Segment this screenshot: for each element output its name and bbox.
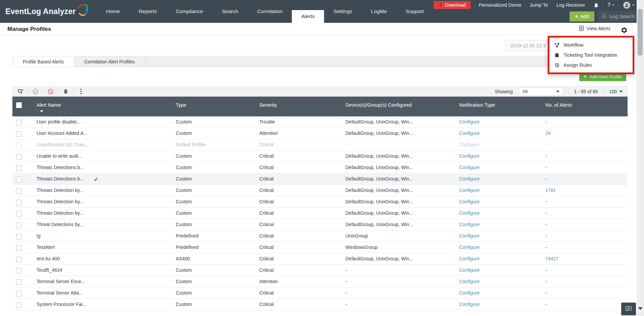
settings-gear-button[interactable] [616, 24, 633, 36]
nav-item-home[interactable]: Home [97, 0, 129, 23]
table-row[interactable]: Unauthorized AD Chan...Default ProfileCr… [12, 139, 628, 151]
alert-name-link[interactable]: Threats Detections b... [37, 176, 84, 181]
table-row[interactable]: Threats Detection by...CustomCriticalDef… [12, 208, 628, 219]
menu-item-ticketing-tool-integration[interactable]: Ticketing Tool Integration [549, 50, 633, 60]
table-row[interactable]: test As 400AS400CriticalDefaultGroup, Un… [12, 253, 628, 265]
alert-name-link[interactable]: Threat Detections by... [37, 222, 84, 227]
vertical-scrollbar[interactable] [637, 0, 644, 316]
table-row[interactable]: Threats Detection by...CustomCriticalDef… [12, 185, 628, 196]
column-header-type[interactable]: Type [176, 97, 259, 116]
row-checkbox[interactable] [16, 222, 22, 228]
configure-link[interactable]: Configure [459, 302, 480, 307]
edit-pencil-icon[interactable] [94, 177, 98, 181]
chat-support-button[interactable] [621, 303, 636, 315]
alert-name-link[interactable]: System Processor Fai... [37, 302, 87, 307]
configure-link[interactable]: Configure [459, 267, 480, 273]
delete-button[interactable] [61, 88, 70, 96]
disable-button[interactable] [46, 88, 55, 96]
row-checkbox[interactable] [16, 268, 22, 274]
configure-link[interactable]: Configure [459, 176, 480, 181]
alert-name-link[interactable]: Threats Detections b... [37, 165, 84, 170]
alert-count-link[interactable]: 1781 [545, 188, 556, 193]
more-button[interactable] [76, 88, 85, 96]
alert-name-link[interactable]: test As 400 [37, 256, 60, 261]
alert-name-link[interactable]: Terminal Server Exce... [37, 279, 85, 284]
alert-name-link[interactable]: User profile disable... [37, 119, 81, 124]
row-checkbox[interactable] [16, 245, 22, 251]
download-button[interactable]: Download [434, 1, 470, 9]
configure-link[interactable]: Configure [459, 210, 480, 216]
nav-item-logme[interactable]: LogMe [362, 0, 396, 23]
column-header-notification-type[interactable]: Notification Type [459, 97, 545, 116]
row-checkbox[interactable] [16, 211, 22, 217]
scrollbar-thumb[interactable] [638, 9, 643, 56]
topbar-link-log-receiver[interactable]: Log Receiver [556, 2, 585, 8]
configure-link[interactable]: Configure [459, 188, 480, 193]
table-row[interactable]: Unable to write audi...CustomCriticalDef… [12, 151, 628, 162]
table-row[interactable]: Threats Detections b...CustomCriticalDef… [12, 162, 628, 173]
row-checkbox[interactable] [16, 291, 22, 297]
nav-item-support[interactable]: Support [396, 0, 433, 23]
tab-correlation-alert-profiles[interactable]: Correlation Alert Profiles [74, 56, 145, 67]
nav-item-alerts[interactable]: Alerts [292, 10, 324, 23]
table-row[interactable]: tgPredefinedCriticalUnixGroupConfigure- [12, 230, 628, 242]
row-checkbox[interactable] [16, 302, 22, 308]
configure-link[interactable]: Configure [459, 245, 480, 250]
row-checkbox[interactable] [16, 188, 22, 194]
table-row[interactable]: User Account Added.A...CustomAttentionDe… [12, 128, 628, 139]
sort-descending-icon[interactable] [40, 110, 43, 112]
column-header-alert-name[interactable]: Alert Name [37, 97, 176, 116]
nav-item-compliance[interactable]: Compliance [166, 0, 213, 23]
table-row[interactable]: TestAlertPredefinedCriticalWindowsGroupC… [12, 242, 628, 253]
app-logo[interactable]: EventLog Analyzer [5, 0, 89, 23]
table-row[interactable]: Tesdft_4624CustomCritical-Configure- [12, 265, 628, 276]
alert-name-link[interactable]: Unable to write audi... [37, 153, 82, 159]
configure-link[interactable]: Configure [459, 142, 480, 147]
view-alerts-button[interactable]: View Alerts [579, 25, 610, 31]
alert-name-link[interactable]: tg [37, 233, 41, 239]
alert-name-link[interactable]: TestAlert [37, 245, 55, 250]
row-checkbox[interactable] [16, 234, 22, 240]
table-row[interactable]: Threat Detections by...CustomCriticalDef… [12, 219, 628, 230]
configure-link[interactable]: Configure [459, 256, 480, 261]
page-size-select[interactable]: 100 [609, 89, 623, 94]
add-button[interactable]: + Add [570, 11, 594, 21]
alert-name-link[interactable]: Tesdft_4624 [37, 267, 62, 273]
notifications-bell-button[interactable] [593, 2, 599, 8]
filter-select[interactable]: All [519, 87, 563, 96]
configure-link[interactable]: Configure [459, 130, 480, 136]
alert-name-link[interactable]: Terminal Server Atta... [37, 290, 83, 296]
row-checkbox[interactable] [16, 131, 22, 137]
nav-item-correlation[interactable]: Correlation [248, 0, 292, 23]
configure-link[interactable]: Configure [459, 290, 480, 296]
configure-link[interactable]: Configure [459, 165, 480, 170]
table-row[interactable]: User profile disable...CustomTroubleDefa… [12, 116, 628, 128]
table-row[interactable]: Threats Detections b...CustomCriticalDef… [12, 173, 628, 185]
row-checkbox[interactable] [16, 279, 22, 285]
column-header-no-of-alerts[interactable]: No. of Alerts [545, 97, 628, 116]
topbar-link-personalized-demo[interactable]: Personalized Demo [479, 2, 522, 8]
configure-link[interactable]: Configure [459, 222, 480, 227]
enable-button[interactable] [31, 88, 40, 96]
row-checkbox[interactable] [16, 177, 22, 182]
configure-link[interactable]: Configure [459, 279, 480, 284]
table-row[interactable]: System Processor Fai...CustomCritical-Co… [12, 299, 628, 310]
menu-item-workflow[interactable]: Workflow [549, 40, 633, 50]
row-checkbox[interactable] [16, 154, 22, 160]
search-filter-button[interactable] [16, 88, 25, 96]
table-row[interactable]: Terminal Server Exce...CustomAttention-C… [12, 276, 628, 287]
select-all-checkbox[interactable] [16, 102, 22, 108]
menu-item-assign-rules[interactable]: Assign Rules [549, 60, 633, 70]
topbar-link-jump-to[interactable]: Jump To [530, 2, 548, 8]
nav-item-settings[interactable]: Settings [324, 0, 362, 23]
user-menu-button[interactable] [623, 2, 635, 9]
configure-link[interactable]: Configure [459, 119, 480, 124]
tab-profile-based-alerts[interactable]: Profile Based Alerts [13, 56, 74, 67]
row-checkbox[interactable] [16, 143, 22, 148]
alert-name-link[interactable]: Threats Detection by... [37, 188, 84, 193]
row-checkbox[interactable] [16, 165, 22, 171]
nav-item-search[interactable]: Search [213, 0, 248, 23]
alert-count-link[interactable]: 74427 [545, 256, 558, 261]
column-header-severity[interactable]: Severity [259, 97, 345, 116]
alert-name-link[interactable]: Threats Detection by... [37, 210, 84, 216]
